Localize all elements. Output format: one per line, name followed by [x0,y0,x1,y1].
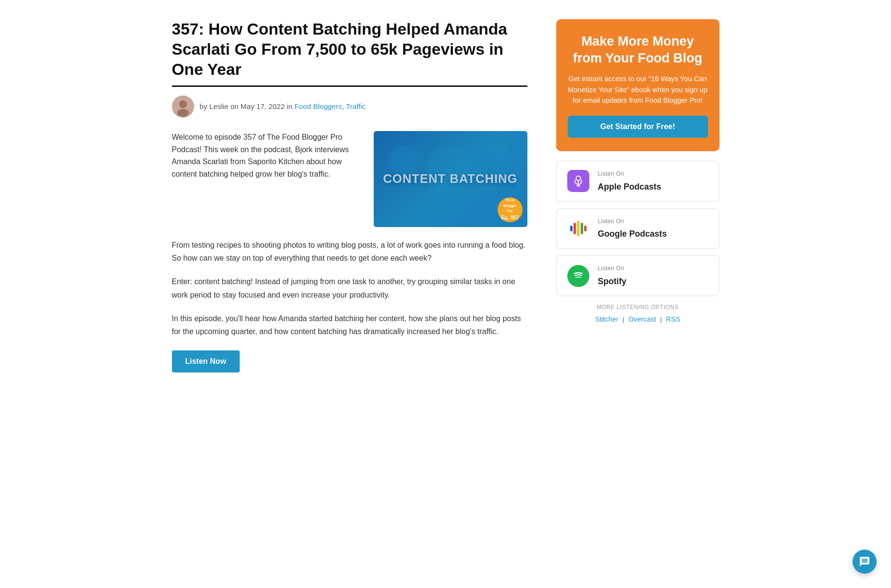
google-podcasts-text: Listen On Google Podcasts [598,216,667,241]
spotify-icon [566,264,590,288]
author-byline: by Leslie on May 17, 2022 in Food Blogge… [200,101,366,112]
spotify-text: Listen On Spotify [598,264,627,288]
avatar [172,96,194,118]
episode-image: CONTENT BATCHING Food Blogger Pro Ep. 35… [374,131,527,227]
main-content: 357: How Content Batching Helped Amanda … [172,19,527,372]
svg-rect-8 [574,223,576,234]
intro-paragraph: Welcome to episode 357 of The Food Blogg… [172,131,360,227]
episode-badge: Food Blogger Pro Ep. 357 [498,197,523,222]
promo-title: Make More Money from Your Food Blog [568,33,708,67]
more-options: MORE LISTENING OPTIONS Stitcher | Overca… [556,303,720,325]
promo-box: Make More Money from Your Food Blog Get … [556,19,720,151]
category-traffic-link[interactable]: Traffic [346,102,366,110]
svg-rect-11 [584,226,586,231]
content-intro: Welcome to episode 357 of The Food Blogg… [172,131,527,227]
paragraph-4: In this episode, you'll hear how Amanda … [172,312,527,338]
stitcher-link[interactable]: Stitcher [595,315,619,323]
overcast-link[interactable]: Overcast [628,315,656,323]
more-options-links: Stitcher | Overcast | RSS [556,314,720,325]
rss-link[interactable]: RSS [666,315,681,323]
apple-podcasts-text: Listen On Apple Podcasts [598,169,661,193]
paragraph-3: Enter: content batching! Instead of jump… [172,275,527,301]
google-podcasts-icon [566,216,590,240]
promo-description: Get instant access to our "16 Ways You C… [568,73,708,106]
paragraph-2: From testing recipes to shooting photos … [172,239,527,264]
svg-point-1 [179,100,187,108]
apple-podcasts-icon [566,169,590,193]
svg-point-2 [177,109,189,117]
svg-point-3 [576,176,580,180]
get-started-button[interactable]: Get Started for Free! [568,116,708,138]
svg-rect-9 [577,221,579,236]
apple-podcasts-card[interactable]: Listen On Apple Podcasts [556,161,720,202]
article-title: 357: How Content Batching Helped Amanda … [172,19,527,87]
author-meta: by Leslie on May 17, 2022 in Food Blogge… [172,96,527,118]
svg-point-12 [569,267,587,285]
spotify-card[interactable]: Listen On Spotify [556,255,720,296]
listen-now-button[interactable]: Listen Now [172,350,240,372]
category-food-bloggers-link[interactable]: Food Bloggers [294,102,342,110]
svg-rect-10 [581,223,583,234]
more-options-title: MORE LISTENING OPTIONS [556,303,720,312]
svg-rect-7 [570,226,573,231]
sidebar: Make More Money from Your Food Blog Get … [556,19,720,372]
google-podcasts-card[interactable]: Listen On Google Podcasts [556,208,720,249]
